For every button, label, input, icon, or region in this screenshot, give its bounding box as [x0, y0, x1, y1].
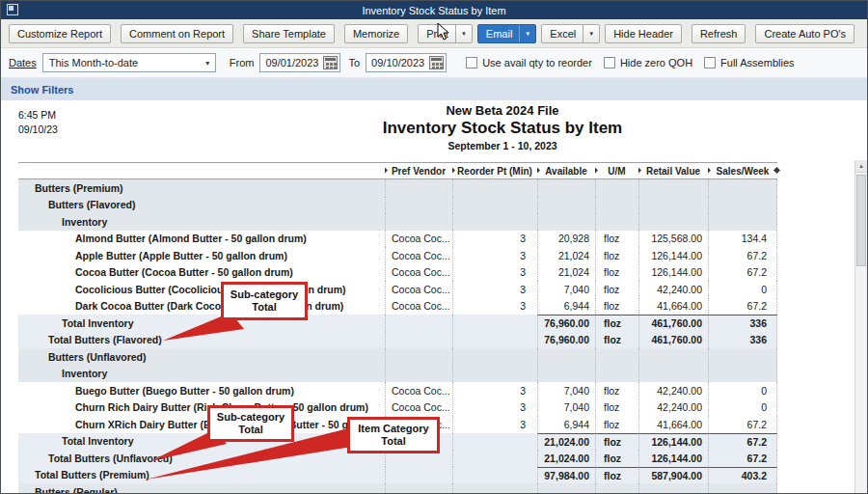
row-available — [537, 483, 595, 493]
row-label-text: Almond Butter (Almond Butter - 50 gallon… — [24, 233, 307, 244]
row-available: 20,928 — [537, 231, 595, 248]
table-row[interactable]: Butters (Premium) — [18, 179, 777, 197]
row-reorder-pt: 3 — [452, 416, 537, 433]
row-sales-week: 67.2 — [708, 247, 777, 264]
row-label: Buego Butter (Buego Butter - 50 gallon d… — [18, 382, 385, 399]
table-row[interactable]: Churn Rich Dairy Butter (Rich Churn Butt… — [18, 399, 777, 417]
dates-label[interactable]: Dates — [9, 57, 37, 69]
column-header-u-m[interactable]: U/M — [595, 166, 638, 177]
row-sales-week: 67.2 — [708, 298, 777, 316]
dropdown-arrow-icon[interactable]: ▼ — [456, 31, 472, 37]
table-row[interactable]: Cocolicious Butter (Cocolicious Butter -… — [18, 281, 777, 298]
dropdown-arrow-icon[interactable]: ▼ — [520, 31, 535, 37]
table-row[interactable]: Butters (Flavored) — [18, 197, 777, 214]
row-label-text: Total Butters (Premium) — [24, 469, 149, 480]
scrollbar-up-icon[interactable]: ▲ — [855, 160, 867, 173]
toolbar: Customize ReportComment on ReportShare T… — [1, 19, 867, 48]
checkbox-icon[interactable] — [604, 57, 615, 69]
table-row[interactable]: Total Butters (Premium)97,984.00floz587,… — [18, 467, 777, 484]
from-date-input[interactable]: 09/01/2023 — [259, 53, 340, 72]
row-pref-vendor — [385, 483, 452, 493]
toolbar-button-print[interactable]: Print▼ — [418, 24, 473, 43]
toolbar-button-hide-header[interactable]: Hide Header — [605, 24, 682, 43]
toolbar-button-label: Print — [426, 28, 448, 40]
row-pref-vendor: Cocoa Coc... — [385, 264, 452, 282]
toolbar-button-email[interactable]: Email▼ — [477, 24, 536, 43]
checkbox-hide-zero-qoh[interactable]: Hide zero QOH — [604, 57, 692, 69]
row-um: floz — [595, 247, 638, 264]
row-pref-vendor — [385, 348, 452, 366]
table-row[interactable]: Buego Butter (Buego Butter - 50 gallon d… — [18, 382, 777, 399]
toolbar-button-excel[interactable]: Excel▼ — [541, 24, 600, 43]
row-retail-value: 461,760.00 — [638, 332, 708, 349]
row-retail-value: 41,664.00 — [638, 416, 708, 433]
table-row[interactable]: Butters (Regular) — [18, 483, 777, 493]
table-row[interactable]: Apple Butter (Apple Butter - 50 gallon d… — [18, 247, 777, 264]
calendar-icon-top — [325, 58, 336, 61]
row-label-text: Butters (Regular) — [24, 486, 118, 493]
row-retail-value — [638, 197, 708, 214]
column-header-pref-vendor[interactable]: Pref Vendor — [385, 166, 452, 177]
row-sales-week — [708, 197, 777, 214]
column-header-sales-week[interactable]: Sales/Week — [708, 166, 777, 177]
scrollbar-thumb[interactable] — [856, 175, 866, 266]
checkbox-icon[interactable] — [466, 57, 477, 69]
row-reorder-pt — [452, 450, 537, 467]
row-reorder-pt — [452, 315, 537, 332]
show-filters-link[interactable]: Show Filters — [11, 84, 73, 96]
column-header-reorder-pt-min[interactable]: Reorder Pt (Min) — [452, 166, 537, 177]
toolbar-button-refresh[interactable]: Refresh — [692, 24, 746, 43]
row-retail-value — [638, 366, 708, 383]
table-row[interactable]: Inventory — [18, 213, 777, 231]
row-available: 21,024.00 — [537, 433, 595, 451]
toolbar-button-create-auto-po-s[interactable]: Create Auto PO's — [755, 24, 854, 43]
column-header-available[interactable]: Available — [537, 166, 595, 177]
toolbar-button-comment-on-report[interactable]: Comment on Report — [121, 24, 233, 43]
row-sales-week — [708, 366, 777, 383]
calendar-icon-grid — [326, 63, 329, 66]
date-range-select[interactable]: This Month-to-date ▼ — [42, 53, 216, 72]
row-available: 6,944 — [537, 298, 595, 316]
to-date-value: 09/10/2023 — [371, 57, 424, 69]
column-header-retail-value[interactable]: Retail Value — [638, 166, 708, 177]
report-period: September 1 - 10, 2023 — [136, 140, 867, 151]
table-row[interactable]: Inventory — [18, 366, 777, 383]
row-label-text: Total Inventory — [24, 435, 133, 447]
row-available: 21,024.00 — [537, 450, 595, 467]
vertical-scrollbar[interactable]: ▲ — [854, 160, 867, 493]
table-row[interactable]: Butters (Unflavored) — [18, 348, 777, 366]
toolbar-button-memorize[interactable]: Memorize — [344, 24, 408, 43]
show-filters-strip: Show Filters — [1, 78, 867, 100]
checkbox-icon[interactable] — [704, 57, 716, 69]
row-pref-vendor: Cocoa Coc... — [385, 399, 452, 417]
callout-subcategory-total-2: Sub-category Total — [207, 405, 294, 442]
table-row[interactable]: Total Butters (Flavored)76,960.00floz461… — [18, 332, 777, 349]
checkbox-use-avail-qty[interactable]: Use avail qty to reorder — [466, 57, 592, 69]
row-label: Butters (Regular) — [18, 483, 385, 493]
calendar-icon[interactable] — [323, 56, 338, 69]
table-header-row: Pref VendorReorder Pt (Min)AvailableU/MR… — [18, 162, 777, 179]
window-restore-icon[interactable] — [7, 4, 18, 15]
row-retail-value — [638, 179, 708, 197]
table-row[interactable]: Cocoa Butter (Cocoa Butter - 50 gallon d… — [18, 264, 777, 282]
row-available: 21,024 — [537, 264, 595, 282]
title-bar: Inventory Stock Status by Item — [1, 1, 867, 19]
to-date-input[interactable]: 09/10/2023 — [366, 53, 447, 72]
row-um — [595, 197, 638, 214]
row-um: floz — [595, 298, 638, 316]
table-row[interactable]: Total Inventory76,960.00floz461,760.0033… — [18, 315, 777, 332]
table-row[interactable]: Dark Cocoa Butter (Dark Cocoa Butter - 5… — [18, 298, 777, 316]
table-row[interactable]: Almond Butter (Almond Butter - 50 gallon… — [18, 231, 777, 248]
row-label-text: Inventory — [24, 216, 107, 228]
row-available: 76,960.00 — [537, 332, 595, 349]
toolbar-button-share-template[interactable]: Share Template — [243, 24, 335, 43]
dropdown-arrow-icon[interactable]: ▼ — [583, 31, 599, 37]
checkbox-full-assemblies[interactable]: Full Assemblies — [704, 57, 794, 69]
calendar-icon[interactable] — [429, 56, 444, 69]
callout-subcategory-total-1: Sub-category Total — [221, 282, 308, 320]
toolbar-button-customize-report[interactable]: Customize Report — [9, 24, 111, 43]
row-sales-week — [708, 213, 777, 231]
row-label: Inventory — [18, 366, 385, 383]
row-retail-value: 461,760.00 — [638, 315, 708, 332]
row-sales-week: 403.2 — [708, 467, 777, 484]
